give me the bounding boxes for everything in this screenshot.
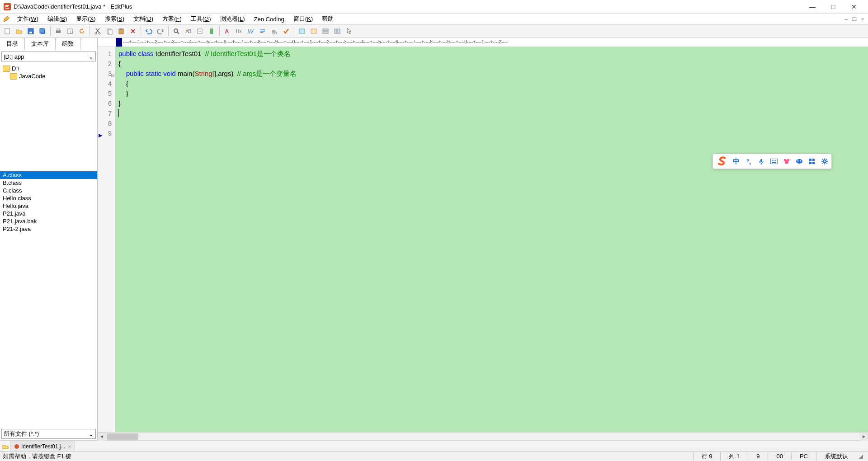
ime-voice-icon[interactable] xyxy=(757,157,765,165)
window2-button[interactable] xyxy=(308,26,319,37)
folder-tree[interactable]: D:\ JavaCode xyxy=(0,63,97,171)
folder-icon[interactable] xyxy=(2,443,9,450)
folder-node[interactable]: JavaCode xyxy=(0,72,97,80)
preview-button[interactable] xyxy=(65,26,75,37)
svg-point-33 xyxy=(14,444,19,449)
h-scrollbar[interactable]: ◄ ► xyxy=(98,432,868,440)
sidebar: 目录 文本库 函数 [D:] app ⌄ D:\ JavaCode A.clas… xyxy=(0,38,98,440)
status-chars: 9 xyxy=(748,453,768,460)
scroll-left-icon[interactable]: ◄ xyxy=(98,433,106,441)
menu-tools[interactable]: 工具(G) xyxy=(186,14,216,24)
svg-rect-46 xyxy=(812,162,815,164)
spell-button[interactable]: ABCD xyxy=(269,26,280,37)
close-button[interactable]: ✕ xyxy=(844,0,864,14)
svg-rect-35 xyxy=(770,159,778,164)
ime-punct-icon[interactable]: °, xyxy=(745,157,753,165)
file-item[interactable]: C.class xyxy=(0,187,97,194)
svg-rect-29 xyxy=(323,29,328,31)
menu-view[interactable]: 显示(X) xyxy=(71,14,100,24)
file-item[interactable]: Hello.java xyxy=(0,202,97,210)
ime-keyboard-icon[interactable] xyxy=(770,157,778,165)
code-area[interactable]: public class IdentifierTest01 // Identif… xyxy=(116,47,868,432)
open-button[interactable] xyxy=(14,26,24,37)
editor[interactable]: 123⊟456789▶ public class IdentifierTest0… xyxy=(98,47,868,432)
check-button[interactable] xyxy=(281,26,292,37)
saveall-button[interactable] xyxy=(37,26,48,37)
hex-button[interactable]: Hx xyxy=(234,26,245,37)
goto-button[interactable] xyxy=(194,26,205,37)
sidebar-tab-cliptext[interactable]: 文本库 xyxy=(25,38,56,50)
mdi-restore-icon[interactable]: ❐ xyxy=(851,16,858,22)
ime-tools-icon[interactable] xyxy=(808,157,816,165)
sidebar-tab-directory[interactable]: 目录 xyxy=(0,38,25,50)
minimize-button[interactable]: — xyxy=(802,0,823,14)
menu-file[interactable]: 文件(W) xyxy=(13,14,43,24)
arrow-button[interactable] xyxy=(344,26,354,37)
file-item[interactable]: A.class xyxy=(0,171,97,179)
menu-help[interactable]: 帮助 xyxy=(317,14,338,24)
file-item[interactable]: P21.java.bak xyxy=(0,217,97,225)
sogou-logo-icon[interactable] xyxy=(716,155,727,167)
chevron-down-icon: ⌄ xyxy=(89,431,94,437)
menu-zen[interactable]: Zen Coding xyxy=(250,15,289,24)
ime-game-icon[interactable] xyxy=(795,157,803,165)
print-button[interactable] xyxy=(53,26,64,37)
mdi-close-icon[interactable]: × xyxy=(860,16,865,22)
file-item[interactable]: P21.java xyxy=(0,210,97,217)
delete-button[interactable] xyxy=(127,26,138,37)
status-sel: 00 xyxy=(768,453,791,460)
menu-document[interactable]: 文档(D) xyxy=(129,14,158,24)
svg-point-36 xyxy=(772,160,773,161)
filter-select[interactable]: 所有文件 (*.*) ⌄ xyxy=(1,429,96,439)
ime-lang[interactable]: 中 xyxy=(732,157,740,165)
tile-h-button[interactable] xyxy=(320,26,331,37)
word-button[interactable]: W xyxy=(245,26,256,37)
find-button[interactable] xyxy=(171,26,182,37)
app-icon xyxy=(4,3,11,10)
scroll-thumb[interactable] xyxy=(107,433,138,440)
file-item[interactable]: B.class xyxy=(0,179,97,187)
font-button[interactable]: A xyxy=(222,26,233,37)
folder-node[interactable]: D:\ xyxy=(0,65,97,72)
pencil-icon xyxy=(3,15,10,23)
doc-tab[interactable]: IdentifierTest01.j... × xyxy=(10,442,75,451)
replace-button[interactable]: AB xyxy=(183,26,193,37)
file-item[interactable]: P21-2.java xyxy=(0,225,97,233)
bookmark-button[interactable] xyxy=(206,26,217,37)
mdi-minimize-icon[interactable]: – xyxy=(843,16,849,22)
cut-button[interactable] xyxy=(92,26,103,37)
tile-v-button[interactable] xyxy=(332,26,343,37)
ime-toolbar[interactable]: 中 °, xyxy=(712,154,832,169)
svg-point-47 xyxy=(823,160,826,163)
chevron-down-icon: ⌄ xyxy=(89,53,94,60)
save-button[interactable] xyxy=(25,26,36,37)
menu-edit[interactable]: 编辑(B) xyxy=(43,14,71,24)
file-item[interactable]: Hello.class xyxy=(0,194,97,202)
svg-rect-39 xyxy=(772,162,776,163)
scroll-right-icon[interactable]: ► xyxy=(860,433,868,441)
file-list[interactable]: A.classB.classC.classHello.classHello.ja… xyxy=(0,171,97,428)
svg-rect-13 xyxy=(108,30,112,34)
drive-select[interactable]: [D:] app ⌄ xyxy=(1,52,96,61)
menu-search[interactable]: 搜索(S) xyxy=(100,14,129,24)
paste-button[interactable] xyxy=(116,26,127,37)
copy-button[interactable] xyxy=(104,26,115,37)
resize-grip-icon[interactable]: ◢ xyxy=(856,453,865,460)
ime-settings-icon[interactable] xyxy=(821,157,829,165)
menu-project[interactable]: 方案(F) xyxy=(158,14,186,24)
doc-tabs: IdentifierTest01.j... × xyxy=(0,440,868,451)
ime-skin-icon[interactable] xyxy=(783,157,791,165)
menu-window[interactable]: 窗口(K) xyxy=(289,14,317,24)
svg-rect-44 xyxy=(812,159,815,161)
sidebar-tab-functions[interactable]: 函数 xyxy=(56,38,80,50)
redo-button[interactable] xyxy=(155,26,166,37)
window1-button[interactable] xyxy=(297,26,307,37)
status-col: 列 1 xyxy=(720,452,748,461)
undo-button[interactable] xyxy=(143,26,154,37)
menu-browser[interactable]: 浏览器(L) xyxy=(216,14,250,24)
wrap-button[interactable] xyxy=(257,26,268,37)
new-button[interactable] xyxy=(2,26,13,37)
maximize-button[interactable]: □ xyxy=(823,0,844,14)
close-tab-icon[interactable]: × xyxy=(68,444,71,449)
refresh-button[interactable] xyxy=(76,26,87,37)
